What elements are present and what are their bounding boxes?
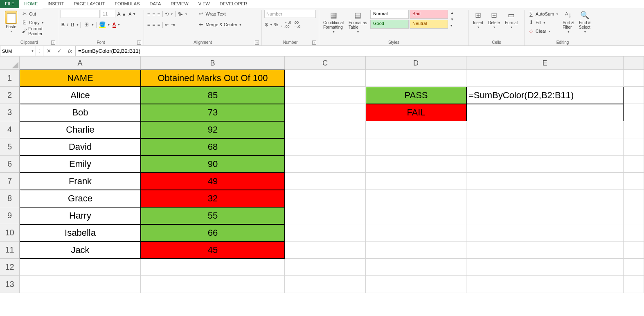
cell-D1[interactable]	[366, 70, 466, 87]
cell-A7[interactable]: Frank	[20, 173, 141, 190]
row-header-2[interactable]: 2	[0, 87, 20, 104]
format-as-table-button[interactable]: ▤Format as Table▼	[347, 10, 369, 34]
text-direction-button[interactable]: ¶▸▼	[178, 10, 189, 18]
cell-A6[interactable]: Emily	[20, 156, 141, 173]
shrink-font-button[interactable]: A▼	[128, 10, 137, 18]
clear-button[interactable]: ◇Clear▼	[527, 27, 559, 35]
row-header-8[interactable]: 8	[0, 190, 20, 207]
cell-E3[interactable]	[466, 104, 624, 121]
cell-A8[interactable]: Grace	[20, 190, 141, 207]
cell-E1[interactable]	[466, 70, 624, 87]
cell-B5[interactable]: 68	[141, 138, 285, 156]
cell-A3[interactable]: Bob	[20, 104, 141, 121]
cell-E6[interactable]	[466, 156, 624, 173]
format-painter-button[interactable]: 🖌Format Painter	[20, 27, 55, 35]
tab-insert[interactable]: INSERT	[43, 0, 69, 8]
cell-C13[interactable]	[285, 276, 366, 293]
cell-B11[interactable]: 45	[141, 242, 285, 259]
cell-D2[interactable]: PASS	[366, 87, 466, 104]
cell-C2[interactable]	[285, 87, 366, 104]
styles-scroll-down[interactable]: ▼	[450, 16, 455, 23]
cell-A5[interactable]: David	[20, 138, 141, 156]
delete-cells-button[interactable]: ⊟Delete▼	[486, 10, 502, 30]
cell-C5[interactable]	[285, 138, 366, 156]
tab-formulas[interactable]: FORMULAS	[110, 0, 144, 8]
align-top-button[interactable]: ≡	[146, 10, 151, 18]
italic-button[interactable]: I	[66, 20, 69, 29]
col-header-blank[interactable]	[624, 56, 644, 70]
cell-D11[interactable]	[366, 242, 466, 259]
cell-D5[interactable]	[366, 138, 466, 156]
cell-B2[interactable]: 85	[141, 87, 285, 104]
cell-B9[interactable]: 55	[141, 207, 285, 224]
cell-A11[interactable]: Jack	[20, 242, 141, 259]
cell-A10[interactable]: Isabella	[20, 224, 141, 242]
name-box-expand[interactable]: ⋮	[36, 46, 43, 56]
cell-C6[interactable]	[285, 156, 366, 173]
bold-button[interactable]: B	[61, 20, 65, 29]
cell-E7[interactable]	[466, 173, 624, 190]
cell-A4[interactable]: Charlie	[20, 121, 141, 138]
style-good[interactable]: Good	[370, 20, 409, 29]
alignment-dialog-launcher[interactable]: ↘	[255, 41, 259, 45]
cell-F8[interactable]	[624, 190, 644, 207]
number-format-select[interactable]	[264, 10, 316, 18]
cell-E5[interactable]	[466, 138, 624, 156]
cell-C12[interactable]	[285, 259, 366, 276]
cell-D7[interactable]	[366, 173, 466, 190]
fill-button[interactable]: ⬇Fill▼	[527, 18, 559, 27]
row-header-6[interactable]: 6	[0, 156, 20, 173]
row-header-4[interactable]: 4	[0, 121, 20, 138]
grow-font-button[interactable]: A▲	[116, 10, 127, 18]
select-all-corner[interactable]	[0, 56, 20, 70]
tab-home[interactable]: HOME	[19, 0, 43, 8]
align-left-button[interactable]: ≡	[146, 20, 151, 29]
row-header-9[interactable]: 9	[0, 207, 20, 224]
row-header-10[interactable]: 10	[0, 224, 20, 242]
font-size-select[interactable]	[101, 10, 115, 18]
font-family-select[interactable]	[61, 10, 100, 18]
row-header-1[interactable]: 1	[0, 70, 20, 87]
cell-A9[interactable]: Harry	[20, 207, 141, 224]
paste-button[interactable]: Paste ▼	[3, 10, 19, 34]
cell-E10[interactable]	[466, 224, 624, 242]
row-header-12[interactable]: 12	[0, 259, 20, 276]
increase-indent-button[interactable]: ⇥	[170, 20, 176, 29]
col-header-A[interactable]: A	[20, 56, 141, 70]
cell-F12[interactable]	[624, 259, 644, 276]
cell-B12[interactable]	[141, 259, 285, 276]
clipboard-dialog-launcher[interactable]: ↘	[51, 41, 55, 45]
cell-D6[interactable]	[366, 156, 466, 173]
row-header-7[interactable]: 7	[0, 173, 20, 190]
row-header-11[interactable]: 11	[0, 242, 20, 259]
align-bottom-button[interactable]: ≡	[157, 10, 161, 18]
cell-B8[interactable]: 32	[141, 190, 285, 207]
cell-D12[interactable]	[366, 259, 466, 276]
font-color-button[interactable]: A▼	[112, 20, 121, 29]
cancel-formula-button[interactable]: ✕	[43, 48, 54, 54]
cut-button[interactable]: ✂Cut	[20, 10, 55, 18]
col-header-D[interactable]: D	[366, 56, 466, 70]
cell-B4[interactable]: 92	[141, 121, 285, 138]
insert-cells-button[interactable]: ⊞Insert▼	[471, 10, 485, 30]
cell-D13[interactable]	[366, 276, 466, 293]
fill-color-button[interactable]: 🪣▼	[98, 20, 111, 29]
cell-E13[interactable]	[466, 276, 624, 293]
enter-formula-button[interactable]: ✓	[54, 48, 65, 54]
cell-D9[interactable]	[366, 207, 466, 224]
cell-B3[interactable]: 73	[141, 104, 285, 121]
cell-C11[interactable]	[285, 242, 366, 259]
align-center-button[interactable]: ≡	[151, 20, 155, 29]
underline-button[interactable]: U	[70, 20, 75, 29]
cell-F1[interactable]	[624, 70, 644, 87]
find-select-button[interactable]: 🔍Find & Select▼	[577, 10, 592, 34]
cell-B7[interactable]: 49	[141, 173, 285, 190]
col-header-C[interactable]: C	[285, 56, 366, 70]
style-neutral[interactable]: Neutral	[410, 20, 448, 29]
align-right-button[interactable]: ≡	[157, 20, 161, 29]
cell-C1[interactable]	[285, 70, 366, 87]
cell-A2[interactable]: Alice	[20, 87, 141, 104]
cell-F2[interactable]	[624, 87, 644, 104]
copy-button[interactable]: ⎘Copy▼	[20, 18, 55, 27]
cell-D4[interactable]	[366, 121, 466, 138]
